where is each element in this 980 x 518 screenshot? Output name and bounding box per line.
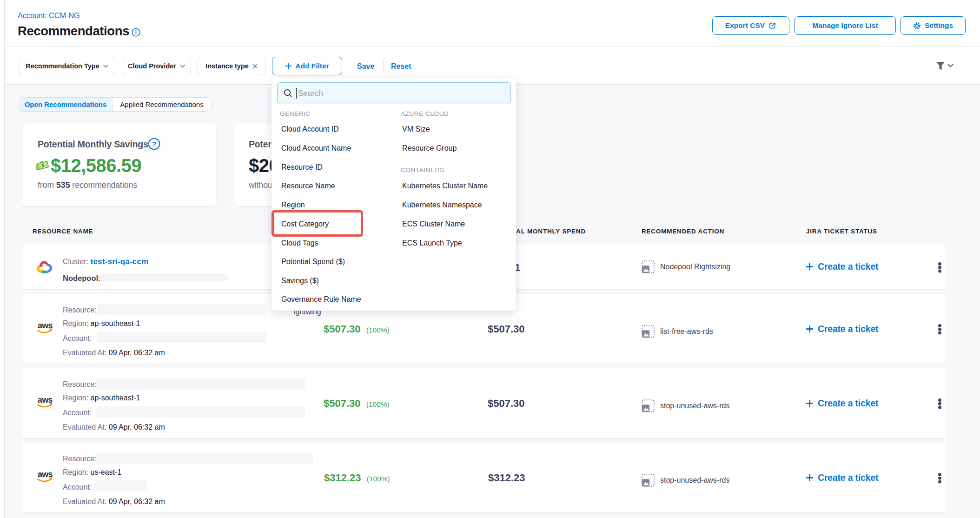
svg-text:?: ?	[152, 140, 156, 148]
